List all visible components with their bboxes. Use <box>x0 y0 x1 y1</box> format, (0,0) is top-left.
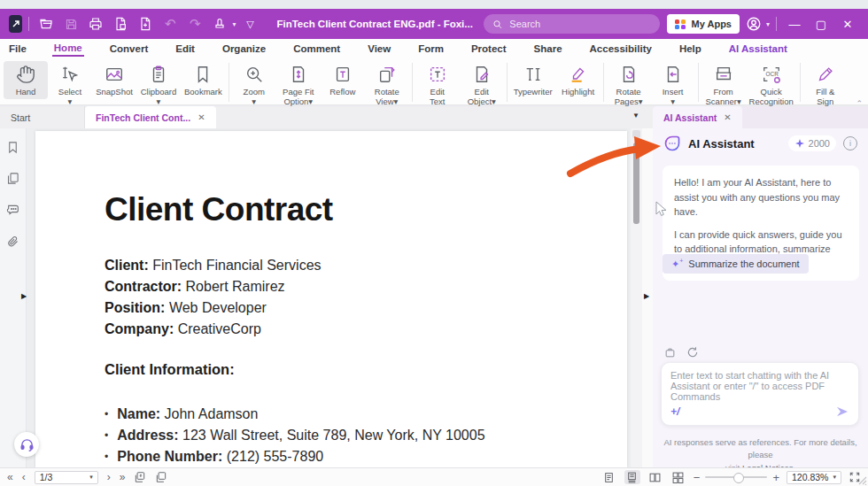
comments-panel-icon[interactable] <box>6 203 20 217</box>
edit-text-button[interactable]: Edit Text <box>415 61 460 109</box>
zoom-slider-track[interactable] <box>705 476 767 478</box>
ai-panel-header: AI Assistant 2000 i <box>653 128 868 158</box>
send-icon[interactable] <box>835 405 849 419</box>
hand-tool-button[interactable]: Hand <box>4 61 48 99</box>
facing-view-icon[interactable] <box>647 470 663 484</box>
select-cursor-icon <box>60 63 80 86</box>
menu-organize[interactable]: Organize <box>221 42 267 56</box>
zoom-level-box[interactable]: 120.83%▾ <box>787 471 841 484</box>
scrollbar-thumb[interactable] <box>633 143 639 224</box>
open-file-icon[interactable] <box>35 13 57 35</box>
global-search[interactable] <box>484 14 660 34</box>
pages-panel-icon[interactable] <box>6 172 19 185</box>
redo-icon[interactable]: ↷ <box>184 13 205 35</box>
create-file-icon[interactable] <box>135 13 156 35</box>
undo-icon[interactable]: ↶ <box>159 13 181 35</box>
zoom-in-icon[interactable]: + <box>772 471 779 484</box>
highlight-button[interactable]: Highlight <box>556 61 601 99</box>
my-apps-button[interactable]: My Apps <box>667 14 740 34</box>
ai-chat-input[interactable] <box>670 370 849 404</box>
account-caret[interactable]: ▾ <box>766 20 770 28</box>
zoom-slider-knob[interactable] <box>733 473 744 483</box>
zoom-dropdown-caret[interactable]: ▾ <box>833 474 836 481</box>
tab-list-dropdown-icon[interactable]: ▼ <box>632 112 639 120</box>
next-view-icon[interactable] <box>155 471 167 483</box>
sidebar-expand-handle[interactable]: ▶ <box>21 292 27 300</box>
fill-sign-button[interactable]: Fill & Sign <box>803 61 848 109</box>
bookmarks-panel-icon[interactable] <box>6 141 19 154</box>
quick-tool-caret[interactable]: ▾ <box>232 20 236 28</box>
menu-form[interactable]: Form <box>416 42 446 56</box>
page-fit-option-button[interactable]: Page Fit Option▾ <box>276 61 321 109</box>
quick-tool-icon[interactable] <box>209 13 230 35</box>
rotate-pages-button[interactable]: Rotate Pages▾ <box>607 61 651 109</box>
page-dropdown-caret[interactable]: ▾ <box>89 474 93 481</box>
page-number-box[interactable]: 1/3▾ <box>35 471 98 484</box>
next-page-button[interactable]: › <box>107 471 111 483</box>
tab-start[interactable]: Start <box>0 106 85 128</box>
insert-button[interactable]: Insert ▾ <box>651 61 695 109</box>
attachments-panel-icon[interactable] <box>6 235 19 248</box>
first-page-button[interactable]: « <box>7 471 13 483</box>
doc-field-row: Contractor: Robert Ramirez <box>105 276 322 297</box>
tab-ai-assistant[interactable]: AI Assistant ✕ <box>653 106 742 128</box>
save-icon[interactable] <box>60 13 81 35</box>
menu-protect[interactable]: Protect <box>469 42 508 56</box>
close-ai-tab-icon[interactable]: ✕ <box>724 112 731 122</box>
quick-recognition-button[interactable]: OCR Quick Recognition <box>746 61 797 109</box>
rotate-view-button[interactable]: Rotate View▾ <box>365 61 409 109</box>
reflow-button[interactable]: Reflow <box>321 61 365 99</box>
zoom-slider[interactable]: − + <box>694 471 779 484</box>
menu-home[interactable]: Home <box>52 41 84 57</box>
select-tool-button[interactable]: Select ▾ <box>48 61 92 109</box>
convert-file-icon[interactable] <box>110 13 131 35</box>
facing-continuous-view-icon[interactable] <box>670 470 686 484</box>
from-scanner-button[interactable]: From Scanner▾ <box>701 61 746 109</box>
info-icon[interactable]: i <box>843 136 857 150</box>
summarize-document-button[interactable]: ✦+ Summarize the document <box>663 254 809 274</box>
minimize-button[interactable]: — <box>783 13 806 35</box>
menu-accessibility[interactable]: Accessibility <box>588 42 654 56</box>
refresh-icon[interactable] <box>686 346 699 359</box>
scroll-up-button[interactable] <box>632 130 640 138</box>
menu-convert[interactable]: Convert <box>108 42 150 56</box>
credits-badge[interactable]: 2000 <box>788 135 836 151</box>
new-chat-icon[interactable] <box>664 347 676 359</box>
clipboard-button[interactable]: Clipboard ▾ <box>136 61 181 109</box>
previous-page-button[interactable]: ‹ <box>22 471 26 483</box>
vertical-scrollbar[interactable] <box>631 128 642 467</box>
pdf-commands-icon[interactable]: +/ <box>670 405 679 418</box>
maximize-button[interactable]: ▢ <box>810 13 833 35</box>
continuous-view-icon[interactable] <box>624 470 640 484</box>
close-tab-icon[interactable]: ✕ <box>198 112 205 122</box>
menu-edit[interactable]: Edit <box>174 42 197 56</box>
account-avatar[interactable] <box>743 13 764 35</box>
zoom-out-icon[interactable]: − <box>694 471 701 484</box>
divider <box>507 63 508 102</box>
menu-help[interactable]: Help <box>678 42 703 56</box>
ai-greeting-p1: Hello! I am your AI Assistant, here to a… <box>674 175 848 220</box>
search-input[interactable] <box>508 18 650 30</box>
bookmark-button[interactable]: Bookmark <box>181 61 226 99</box>
snapshot-button[interactable]: SnapShot <box>92 61 136 99</box>
previous-view-icon[interactable] <box>134 471 146 483</box>
customize-toolbar-icon[interactable]: ▽ <box>239 13 260 35</box>
resize-grip[interactable] <box>855 473 867 485</box>
credits-icon <box>794 138 805 149</box>
menu-ai-assistant[interactable]: AI Assistant <box>727 42 789 56</box>
single-page-view-icon[interactable] <box>601 470 617 484</box>
menu-comment[interactable]: Comment <box>291 42 342 56</box>
menu-share[interactable]: Share <box>532 42 564 56</box>
zoom-tool-button[interactable]: Zoom ▾ <box>232 61 276 109</box>
ai-panel-collapse-handle[interactable]: ▶ <box>644 292 649 300</box>
print-icon[interactable] <box>85 13 106 35</box>
tab-document[interactable]: FinTech Client Cont... ✕ <box>85 106 216 128</box>
typewriter-button[interactable]: Typewriter <box>510 61 556 99</box>
menu-file[interactable]: File <box>7 42 28 56</box>
pdf-page[interactable]: Client Contract Client: FinTech Financia… <box>35 131 627 467</box>
menu-view[interactable]: View <box>366 42 392 56</box>
support-button[interactable] <box>14 432 39 457</box>
edit-object-button[interactable]: Edit Object▾ <box>460 61 504 109</box>
last-page-button[interactable]: » <box>120 471 126 483</box>
close-button[interactable]: ✕ <box>836 13 859 35</box>
